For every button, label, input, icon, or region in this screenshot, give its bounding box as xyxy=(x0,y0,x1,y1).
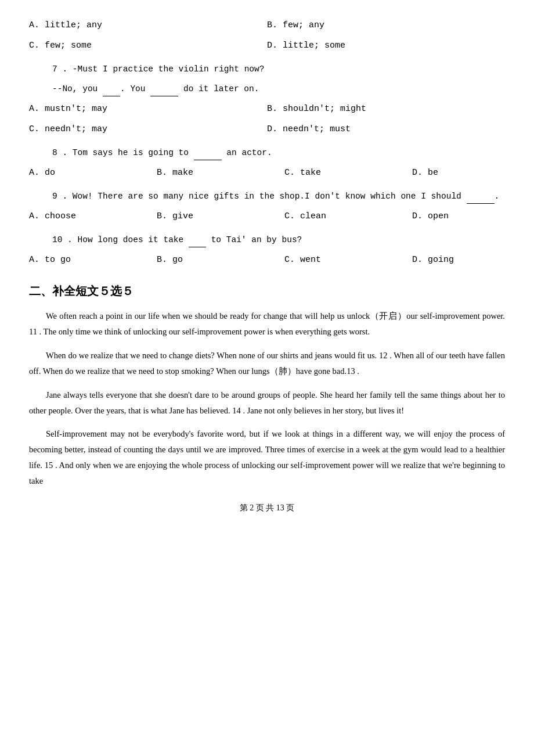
q5-option-a: A. little; any xyxy=(29,17,267,33)
q7-subtext: --No, you . You do it later on. xyxy=(52,81,505,96)
q8-option-d: D. be xyxy=(412,165,534,181)
q10-text: 10 . How long does it take to Tai' an by… xyxy=(52,232,505,247)
q10-option-a: A. to go xyxy=(29,252,157,268)
q9-options: A. choose B. give C. clean D. open xyxy=(29,208,505,224)
paragraph3: Jane always tells everyone that she does… xyxy=(29,387,505,419)
q8-blank xyxy=(194,160,222,160)
q7-text: 7 . -Must I practice the violin right no… xyxy=(52,62,505,77)
section2-title: 二、补全短文５选５ xyxy=(29,280,505,301)
paragraph2: When do we realize that we need to chang… xyxy=(29,348,505,379)
q8-option-c: C. take xyxy=(284,165,412,181)
q9-option-c: C. clean xyxy=(284,208,412,224)
q10-option-d: D. going xyxy=(412,252,534,268)
q8-options: A. do B. make C. take D. be xyxy=(29,165,505,181)
q7-option-d: D. needn't; must xyxy=(267,121,505,137)
paragraph1: We often reach a point in our life when … xyxy=(29,308,505,340)
q5-option-b: B. few; any xyxy=(267,17,505,33)
q9-option-b: B. give xyxy=(157,208,284,224)
q5-option-d: D. little; some xyxy=(267,38,505,53)
q9-text: 9 . Wow! There are so many nice gifts in… xyxy=(52,189,505,204)
q5-option-c: C. few; some xyxy=(29,38,267,53)
q7-option-c: C. needn't; may xyxy=(29,121,267,137)
q9-blank xyxy=(467,203,495,204)
q8-text: 8 . Tom says he is going to an actor. xyxy=(52,145,505,160)
q7-options-row1: A. mustn't; may B. shouldn't; might xyxy=(29,101,505,117)
q10-option-b: B. go xyxy=(157,252,284,268)
q7-options: A. mustn't; may B. shouldn't; might C. n… xyxy=(29,101,505,137)
q10-option-c: C. went xyxy=(284,252,412,268)
q9-option-a: A. choose xyxy=(29,208,157,224)
q10-options: A. to go B. go C. went D. going xyxy=(29,252,505,268)
q7-option-a: A. mustn't; may xyxy=(29,101,267,117)
q8-option-b: B. make xyxy=(157,165,284,181)
q5-options-row2: C. few; some D. little; some xyxy=(29,38,505,53)
page-footer: 第 2 页 共 13 页 xyxy=(29,501,505,515)
q5-options: A. little; any B. few; any C. few; some … xyxy=(29,17,505,53)
q9-option-d: D. open xyxy=(412,208,534,224)
q10-blank xyxy=(189,247,206,247)
q7-blank1 xyxy=(103,96,120,96)
q7-option-b: B. shouldn't; might xyxy=(267,101,505,117)
q7-blank2 xyxy=(150,96,178,96)
q7-options-row2: C. needn't; may D. needn't; must xyxy=(29,121,505,137)
paragraph4: Self-improvement may not be everybody's … xyxy=(29,426,505,488)
q5-options-row1: A. little; any B. few; any xyxy=(29,17,505,33)
q8-option-a: A. do xyxy=(29,165,157,181)
